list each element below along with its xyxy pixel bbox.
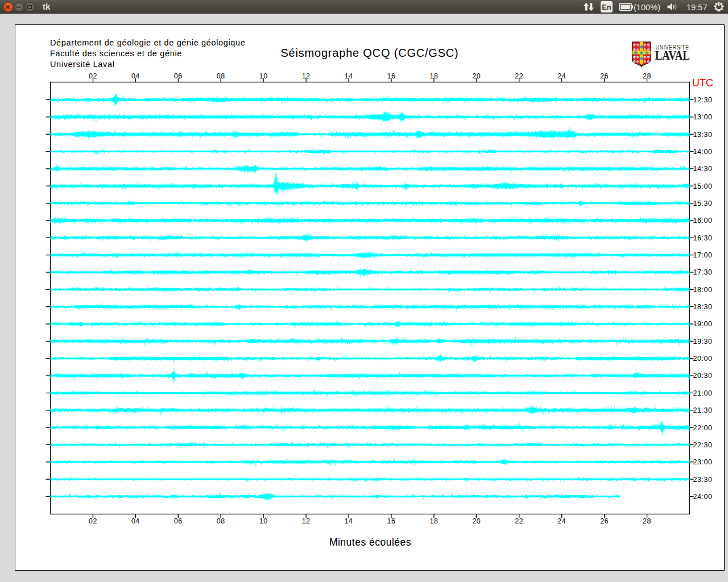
svg-text:18:30: 18:30	[693, 303, 713, 311]
svg-text:24:00: 24:00	[693, 493, 713, 501]
svg-text:23:30: 23:30	[693, 476, 713, 484]
svg-text:12: 12	[302, 517, 311, 525]
svg-text:14: 14	[345, 517, 353, 525]
svg-text:08: 08	[217, 517, 225, 525]
svg-text:UTC: UTC	[692, 77, 713, 89]
svg-text:21:30: 21:30	[693, 406, 713, 414]
svg-text:10: 10	[259, 72, 268, 80]
svg-text:28: 28	[643, 517, 651, 525]
svg-text:04: 04	[131, 517, 140, 525]
svg-text:15:00: 15:00	[693, 182, 713, 190]
svg-text:12: 12	[302, 72, 311, 80]
svg-text:22:30: 22:30	[693, 441, 713, 449]
svg-text:14:30: 14:30	[693, 165, 713, 173]
svg-text:16: 16	[387, 517, 396, 525]
svg-text:10: 10	[259, 517, 268, 525]
svg-text:23:00: 23:00	[693, 458, 713, 466]
svg-text:20:00: 20:00	[693, 355, 713, 363]
svg-text:06: 06	[174, 517, 183, 525]
svg-text:18: 18	[429, 517, 438, 525]
svg-text:18: 18	[429, 72, 438, 80]
svg-text:12:30: 12:30	[693, 96, 713, 104]
svg-text:24: 24	[557, 72, 566, 80]
svg-text:17:00: 17:00	[693, 251, 713, 259]
svg-text:18:00: 18:00	[693, 286, 713, 294]
svg-text:20: 20	[472, 72, 481, 80]
svg-text:14: 14	[345, 72, 353, 80]
svg-text:28: 28	[643, 72, 651, 80]
svg-text:14:00: 14:00	[693, 148, 713, 156]
svg-text:26: 26	[600, 72, 609, 80]
svg-text:22: 22	[515, 72, 523, 80]
svg-text:24: 24	[557, 517, 566, 525]
svg-text:Minutes écoulées: Minutes écoulées	[329, 537, 411, 548]
svg-text:19:30: 19:30	[693, 338, 713, 346]
svg-text:13:00: 13:00	[693, 113, 713, 121]
svg-text:06: 06	[174, 72, 183, 80]
svg-text:13:30: 13:30	[693, 131, 713, 139]
svg-text:08: 08	[217, 72, 225, 80]
svg-text:04: 04	[131, 72, 140, 80]
svg-text:22:00: 22:00	[693, 424, 713, 432]
svg-text:19:00: 19:00	[693, 320, 713, 328]
svg-text:16:00: 16:00	[693, 217, 713, 225]
svg-text:21:00: 21:00	[693, 389, 713, 397]
svg-text:26: 26	[600, 517, 609, 525]
svg-text:22: 22	[515, 517, 523, 525]
svg-text:02: 02	[89, 517, 97, 525]
svg-text:15:30: 15:30	[693, 199, 713, 207]
svg-text:02: 02	[89, 72, 97, 80]
svg-text:16:30: 16:30	[693, 234, 713, 242]
svg-text:20:30: 20:30	[693, 372, 713, 380]
svg-text:16: 16	[387, 72, 396, 80]
svg-text:17:30: 17:30	[693, 268, 713, 276]
svg-text:20: 20	[472, 517, 481, 525]
